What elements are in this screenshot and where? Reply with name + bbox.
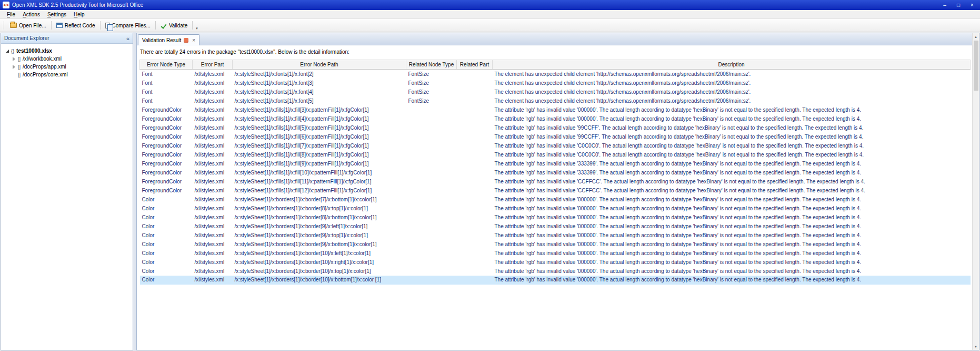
error-row[interactable]: ForegroundColor/xl/styles.xml/x:styleShe… (140, 141, 971, 150)
cell-related-part[interactable] (457, 114, 493, 123)
cell-error-node-type[interactable]: ForegroundColor (140, 186, 193, 195)
cell-description[interactable]: The attribute 'rgb' has invalid value '3… (493, 168, 971, 177)
tree-item-test10000-xlsx[interactable]: {}test10000.xlsx (1, 47, 133, 55)
cell-related-node-type[interactable] (406, 177, 457, 186)
panel-collapse-button[interactable]: « (126, 35, 129, 42)
cell-error-node-type[interactable]: Color (140, 204, 193, 213)
cell-error-part[interactable]: /xl/styles.xml (193, 105, 233, 114)
cell-related-node-type[interactable]: FontSize (406, 96, 457, 105)
cell-error-node-type[interactable]: ForegroundColor (140, 105, 193, 114)
cell-error-node-path[interactable]: /x:styleSheet[1]/x:fills[1]/x:fill[3]/x:… (233, 105, 406, 114)
cell-description[interactable]: The attribute 'rgb' has invalid value '0… (493, 240, 971, 249)
cell-error-node-type[interactable]: Color (140, 213, 193, 222)
cell-error-part[interactable]: /xl/styles.xml (193, 114, 233, 123)
cell-error-part[interactable]: /xl/styles.xml (193, 258, 233, 267)
cell-error-part[interactable]: /xl/styles.xml (193, 159, 233, 168)
error-row[interactable]: ForegroundColor/xl/styles.xml/x:styleShe… (140, 123, 971, 132)
cell-error-node-path[interactable]: /x:styleSheet[1]/x:borders[1]/x:border[1… (233, 276, 406, 285)
cell-error-node-type[interactable]: Color (140, 249, 193, 258)
cell-error-part[interactable]: /xl/styles.xml (193, 123, 233, 132)
cell-related-part[interactable] (457, 70, 493, 79)
cell-error-node-path[interactable]: /x:styleSheet[1]/x:borders[1]/x:border[1… (233, 258, 406, 267)
cell-error-node-type[interactable]: ForegroundColor (140, 150, 193, 159)
tree-expander-icon[interactable] (11, 56, 17, 62)
cell-error-node-path[interactable]: /x:styleSheet[1]/x:fills[1]/x:fill[11]/x… (233, 177, 406, 186)
cell-error-part[interactable]: /xl/styles.xml (193, 222, 233, 231)
cell-related-node-type[interactable]: FontSize (406, 70, 457, 79)
cell-related-part[interactable] (457, 123, 493, 132)
cell-related-part[interactable] (457, 249, 493, 258)
cell-related-node-type[interactable] (406, 168, 457, 177)
menu-settings[interactable]: Settings (44, 11, 70, 18)
cell-error-node-path[interactable]: /x:styleSheet[1]/x:fills[1]/x:fill[10]/x… (233, 168, 406, 177)
error-row[interactable]: Color/xl/styles.xml/x:styleSheet[1]/x:bo… (140, 213, 971, 222)
cell-description[interactable]: The element has unexpected child element… (493, 70, 971, 79)
cell-description[interactable]: The attribute 'rgb' has invalid value '0… (493, 105, 971, 114)
cell-error-node-type[interactable]: ForegroundColor (140, 168, 193, 177)
cell-related-part[interactable] (457, 240, 493, 249)
cell-error-node-path[interactable]: /x:styleSheet[1]/x:borders[1]/x:border[1… (233, 267, 406, 276)
cell-related-part[interactable] (457, 222, 493, 231)
cell-description[interactable]: The attribute 'rgb' has invalid value '3… (493, 159, 971, 168)
open-file-button[interactable]: Open File... (6, 21, 50, 30)
column-header-error-node-path[interactable]: Error Node Path (233, 60, 406, 70)
cell-description[interactable]: The attribute 'rgb' has invalid value '0… (493, 231, 971, 240)
cell-error-part[interactable]: /xl/styles.xml (193, 132, 233, 141)
cell-related-part[interactable] (457, 168, 493, 177)
cell-error-part[interactable]: /xl/styles.xml (193, 141, 233, 150)
cell-related-node-type[interactable]: FontSize (406, 87, 457, 96)
cell-related-part[interactable] (457, 204, 493, 213)
cell-description[interactable]: The attribute 'rgb' has invalid value 'C… (493, 150, 971, 159)
cell-related-node-type[interactable] (406, 114, 457, 123)
cell-related-node-type[interactable] (406, 222, 457, 231)
tree-item-docprops-app-xml[interactable]: []/docProps/app.xml (1, 63, 133, 71)
cell-error-part[interactable]: /xl/styles.xml (193, 96, 233, 105)
vertical-scrollbar[interactable]: ▲ ▼ (972, 33, 979, 350)
cell-error-node-path[interactable]: /x:styleSheet[1]/x:borders[1]/x:border[9… (233, 240, 406, 249)
cell-description[interactable]: The attribute 'rgb' has invalid value 'C… (493, 186, 971, 195)
cell-description[interactable]: The attribute 'rgb' has invalid value '9… (493, 132, 971, 141)
error-row[interactable]: ForegroundColor/xl/styles.xml/x:styleShe… (140, 132, 971, 141)
menu-help[interactable]: Help (70, 11, 88, 18)
cell-description[interactable]: The attribute 'rgb' has invalid value '0… (493, 267, 971, 276)
maximize-button[interactable]: □ (953, 1, 964, 9)
error-row[interactable]: Color/xl/styles.xml/x:styleSheet[1]/x:bo… (140, 204, 971, 213)
column-header-error-node-type[interactable]: Error Node Type (140, 60, 193, 70)
cell-error-node-path[interactable]: /x:styleSheet[1]/x:borders[1]/x:border[1… (233, 249, 406, 258)
error-row[interactable]: ForegroundColor/xl/styles.xml/x:styleShe… (140, 177, 971, 186)
cell-related-part[interactable] (457, 87, 493, 96)
minimize-button[interactable]: – (939, 1, 950, 9)
tree-expander-icon[interactable] (11, 64, 17, 70)
cell-error-node-path[interactable]: /x:styleSheet[1]/x:borders[1]/x:border[9… (233, 222, 406, 231)
cell-error-node-path[interactable]: /x:styleSheet[1]/x:fills[1]/x:fill[6]/x:… (233, 132, 406, 141)
cell-related-node-type[interactable] (406, 141, 457, 150)
scroll-down-icon[interactable]: ▼ (973, 343, 979, 350)
cell-error-node-path[interactable]: /x:styleSheet[1]/x:fills[1]/x:fill[5]/x:… (233, 123, 406, 132)
cell-error-part[interactable]: /xl/styles.xml (193, 213, 233, 222)
cell-error-part[interactable]: /xl/styles.xml (193, 168, 233, 177)
cell-description[interactable]: The attribute 'rgb' has invalid value '0… (493, 276, 971, 285)
cell-description[interactable]: The attribute 'rgb' has invalid value '0… (493, 213, 971, 222)
cell-error-node-type[interactable]: ForegroundColor (140, 159, 193, 168)
cell-description[interactable]: The attribute 'rgb' has invalid value '0… (493, 195, 971, 204)
error-row[interactable]: ForegroundColor/xl/styles.xml/x:styleShe… (140, 150, 971, 159)
cell-error-node-path[interactable]: /x:styleSheet[1]/x:fonts[1]/x:font[2] (233, 70, 406, 79)
cell-description[interactable]: The attribute 'rgb' has invalid value '0… (493, 204, 971, 213)
cell-related-part[interactable] (457, 177, 493, 186)
error-row[interactable]: Color/xl/styles.xml/x:styleSheet[1]/x:bo… (140, 240, 971, 249)
cell-description[interactable]: The attribute 'rgb' has invalid value '0… (493, 258, 971, 267)
cell-related-part[interactable] (457, 105, 493, 114)
error-row[interactable]: Color/xl/styles.xml/x:styleSheet[1]/x:bo… (140, 276, 971, 285)
cell-error-node-type[interactable]: ForegroundColor (140, 132, 193, 141)
cell-error-node-type[interactable]: Color (140, 240, 193, 249)
cell-related-node-type[interactable] (406, 150, 457, 159)
error-row[interactable]: Font/xl/styles.xml/x:styleSheet[1]/x:fon… (140, 96, 971, 105)
cell-error-part[interactable]: /xl/styles.xml (193, 79, 233, 87)
cell-error-part[interactable]: /xl/styles.xml (193, 195, 233, 204)
cell-error-node-path[interactable]: /x:styleSheet[1]/x:fonts[1]/x:font[3] (233, 79, 406, 87)
cell-related-part[interactable] (457, 195, 493, 204)
cell-related-node-type[interactable] (406, 132, 457, 141)
cell-related-node-type[interactable] (406, 249, 457, 258)
cell-error-node-path[interactable]: /x:styleSheet[1]/x:borders[1]/x:border[8… (233, 204, 406, 213)
cell-related-node-type[interactable] (406, 231, 457, 240)
